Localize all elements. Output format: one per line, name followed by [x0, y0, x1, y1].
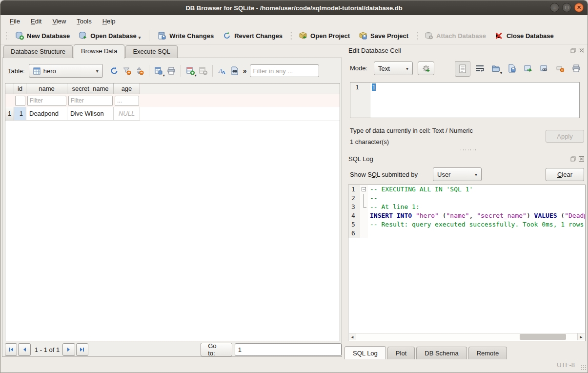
copy-link-button[interactable] — [538, 62, 550, 75]
tab-database-structure[interactable]: Database Structure — [3, 45, 73, 58]
document-icon — [459, 64, 466, 73]
cell-name[interactable]: Deadpond — [26, 107, 67, 121]
cell-id[interactable]: 1 — [14, 107, 26, 121]
row-header[interactable]: 1 — [5, 107, 14, 121]
menu-edit[interactable]: Edit — [26, 17, 46, 26]
clear-sorting-button[interactable] — [133, 64, 146, 77]
toolbar-separator — [149, 30, 149, 41]
export-table-button[interactable]: ▾ — [152, 64, 165, 77]
titlebar[interactable]: DB Browser for SQLite - /home/user/code/… — [0, 0, 588, 15]
scrollbar-thumb[interactable] — [520, 334, 566, 340]
new-database-button[interactable]: New Database — [11, 29, 74, 42]
minimize-icon[interactable]: – — [550, 3, 559, 12]
browse-controls: Table: hero ▾ ▾ — [2, 61, 342, 81]
print-cell-button[interactable] — [570, 62, 583, 75]
refresh-button[interactable] — [108, 64, 121, 77]
menu-view[interactable]: View — [48, 17, 70, 26]
revert-changes-icon — [223, 31, 231, 40]
open-project-button[interactable]: Open Project — [294, 29, 354, 42]
cell-editor-gutter: 1 — [350, 83, 370, 118]
cell-editor[interactable]: 1 1 — [350, 82, 580, 118]
toolbar-handle — [289, 30, 292, 41]
filter-input-age[interactable] — [115, 96, 139, 106]
column-header-age[interactable]: age — [114, 83, 140, 94]
word-wrap-button[interactable] — [473, 62, 486, 75]
sql-log-lines: 1-- EXECUTING ALL IN 'SQL 1'2--3-- At li… — [348, 185, 585, 333]
open-database-button[interactable]: Open Database ▾ — [74, 29, 145, 42]
fold-collapse-icon[interactable] — [362, 187, 366, 191]
panel-splitter-handle[interactable] — [460, 149, 476, 151]
table-icon — [33, 67, 41, 75]
new-record-button[interactable]: ▾ — [184, 64, 197, 77]
table-select[interactable]: hero ▾ — [29, 64, 103, 78]
next-record-button[interactable] — [62, 343, 75, 356]
column-header-id[interactable]: id — [14, 83, 26, 94]
close-database-icon — [495, 31, 504, 40]
previous-record-button[interactable] — [18, 343, 30, 356]
auto-apply-button[interactable] — [418, 62, 434, 75]
print-table-button[interactable] — [165, 64, 178, 77]
open-database-dropdown-icon[interactable]: ▾ — [139, 35, 141, 40]
filter-input-id[interactable] — [15, 96, 25, 106]
last-record-button[interactable] — [76, 343, 88, 356]
cell-age[interactable]: NULL — [114, 107, 140, 121]
font-settings-button[interactable]: AA — [216, 64, 228, 77]
save-as-button[interactable] — [522, 62, 534, 75]
close-icon[interactable]: ✕ — [574, 3, 584, 12]
find-in-table-button[interactable] — [228, 64, 241, 77]
filter-input-name[interactable] — [27, 96, 66, 106]
sql-log-line: 4INSERT INTO "hero" ("name", "secret_nam… — [348, 211, 585, 220]
save-project-button[interactable]: Save Project — [354, 29, 413, 42]
record-range-label: 1 - 1 of 1 — [35, 346, 60, 353]
sql-log-hscrollbar[interactable]: ◀ ▶ — [349, 333, 585, 340]
import-data-button[interactable]: ▾ — [489, 62, 502, 75]
window-title: DB Browser for SQLite - /home/user/code/… — [185, 4, 402, 12]
filter-any-input[interactable] — [250, 64, 319, 77]
close-dock-icon[interactable] — [578, 47, 585, 54]
mode-select[interactable]: Text ▾ — [374, 62, 413, 75]
export-data-button[interactable] — [506, 62, 518, 75]
toolbar-handle — [6, 30, 8, 41]
toolbar-overflow-icon[interactable]: » — [243, 67, 247, 75]
float-dock-icon[interactable] — [570, 47, 576, 54]
menu-help[interactable]: Help — [98, 17, 120, 26]
tab-execute-sql[interactable]: Execute SQL — [125, 45, 178, 58]
menu-tools[interactable]: Tools — [72, 17, 96, 26]
table-label: Table: — [8, 67, 25, 75]
close-database-button[interactable]: Close Database — [490, 29, 558, 42]
refresh-icon — [110, 66, 119, 75]
resize-grip[interactable] — [581, 365, 587, 371]
grid-filter-row — [5, 94, 340, 107]
text-mode-button[interactable] — [455, 61, 470, 77]
sql-log-line: 5-- Result: query executed successfully.… — [348, 220, 585, 229]
float-dock-icon[interactable] — [570, 156, 576, 162]
tab-sql-log[interactable]: SQL Log — [345, 346, 386, 359]
clear-log-button[interactable]: Clear — [546, 168, 584, 181]
grid-corner[interactable] — [5, 83, 14, 94]
menu-file[interactable]: File — [5, 17, 24, 26]
set-null-button[interactable] — [554, 62, 567, 75]
first-record-button[interactable] — [5, 343, 17, 356]
attach-database-button: Attach Database — [420, 29, 490, 42]
revert-changes-button[interactable]: Revert Changes — [218, 29, 287, 42]
word-wrap-icon — [476, 65, 484, 72]
goto-input[interactable] — [235, 343, 342, 356]
set-null-icon — [556, 64, 565, 73]
scroll-right-icon[interactable]: ▶ — [578, 333, 585, 340]
new-database-icon — [15, 31, 24, 40]
filter-input-secret-name[interactable] — [68, 96, 113, 106]
submitted-by-select[interactable]: User ▾ — [433, 167, 482, 181]
column-header-secret-name[interactable]: secret_name — [67, 83, 114, 94]
sql-log-editor[interactable]: 1-- EXECUTING ALL IN 'SQL 1'2--3-- At li… — [348, 185, 586, 341]
write-changes-button[interactable]: Write Changes — [153, 29, 218, 42]
cell-secret-name[interactable]: Dive Wilson — [67, 107, 114, 121]
maximize-icon[interactable]: □ — [562, 3, 571, 12]
column-header-name[interactable]: name — [26, 83, 67, 94]
font-icon: AA — [218, 66, 226, 75]
clear-filters-button[interactable] — [121, 64, 133, 77]
import-dropdown-icon[interactable]: ▾ — [500, 71, 502, 75]
scroll-left-icon[interactable]: ◀ — [349, 333, 356, 340]
close-dock-icon[interactable] — [578, 156, 585, 162]
goto-button[interactable]: Go to: — [201, 343, 232, 356]
tab-browse-data[interactable]: Browse Data — [74, 44, 124, 59]
